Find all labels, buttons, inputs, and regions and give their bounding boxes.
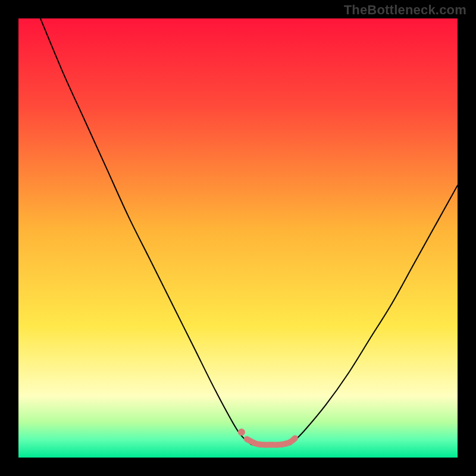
valley-dot-lead	[238, 428, 245, 436]
plot-area	[18, 18, 458, 458]
watermark-text: TheBottleneck.com	[344, 2, 466, 18]
outer-frame: TheBottleneck.com	[0, 0, 476, 476]
chart-svg	[18, 18, 458, 458]
gradient-background	[18, 18, 458, 458]
